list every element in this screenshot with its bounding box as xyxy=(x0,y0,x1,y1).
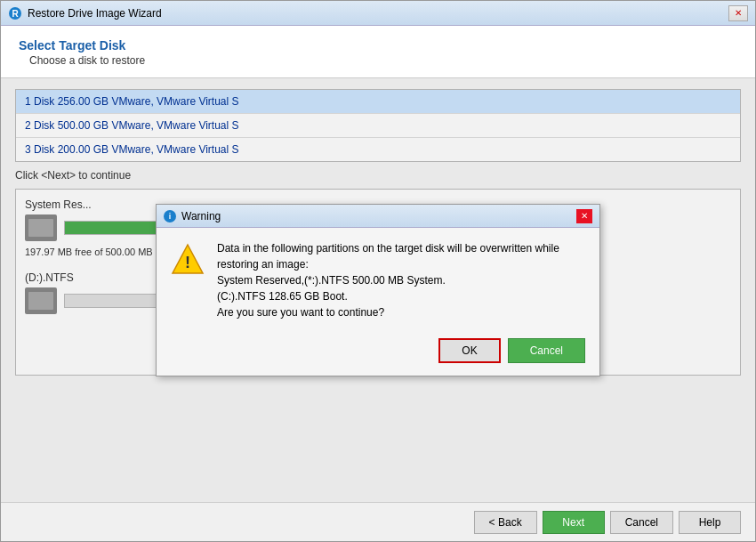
warning-icon: ! xyxy=(171,242,206,278)
footer: < Back Next Cancel Help xyxy=(1,502,755,541)
window-title: Restore Drive Image Wizard xyxy=(28,7,728,20)
title-bar: R Restore Drive Image Wizard ✕ xyxy=(1,1,755,26)
header-title: Select Target Disk xyxy=(19,38,737,53)
title-bar-buttons: ✕ xyxy=(728,5,748,21)
dialog-line5: Are you sure you want to continue? xyxy=(217,306,384,319)
header-subtitle: Choose a disk to restore xyxy=(29,54,737,67)
close-button[interactable]: ✕ xyxy=(728,5,748,21)
dialog-line4: (C:).NTFS 128.65 GB Boot. xyxy=(217,290,348,303)
dialog-line1: Data in the following partitions on the … xyxy=(217,242,559,255)
svg-text:!: ! xyxy=(185,254,190,271)
dialog-footer: OK Cancel xyxy=(157,333,599,376)
svg-text:R: R xyxy=(12,9,19,19)
content-area: 1 Disk 256.00 GB VMware, VMware Virtual … xyxy=(1,78,755,502)
next-button[interactable]: Next xyxy=(543,511,605,534)
dialog-title: Warning xyxy=(181,210,576,222)
dialog-line3: System Reserved,(*:).NTFS 500.00 MB Syst… xyxy=(217,274,446,287)
dialog-titlebar: i Warning ✕ xyxy=(157,205,599,228)
help-button[interactable]: Help xyxy=(679,511,741,534)
dialog-close-button[interactable]: ✕ xyxy=(576,209,592,223)
dialog-line2: restoring an image: xyxy=(217,258,309,271)
main-window: R Restore Drive Image Wizard ✕ Select Ta… xyxy=(0,0,756,542)
dialog-body: ! Data in the following partitions on th… xyxy=(157,228,599,333)
dialog-overlay: i Warning ✕ ! Data in the fol xyxy=(1,78,755,502)
header-area: Select Target Disk Choose a disk to rest… xyxy=(1,26,755,78)
app-icon: R xyxy=(8,6,22,20)
back-button[interactable]: < Back xyxy=(474,511,537,534)
dialog-ok-button[interactable]: OK xyxy=(438,338,500,363)
dialog-message: Data in the following partitions on the … xyxy=(217,240,559,320)
cancel-button[interactable]: Cancel xyxy=(610,511,673,534)
dialog-cancel-button[interactable]: Cancel xyxy=(508,338,585,363)
dialog-icon: i xyxy=(164,210,176,222)
warning-dialog: i Warning ✕ ! Data in the fol xyxy=(156,204,600,376)
